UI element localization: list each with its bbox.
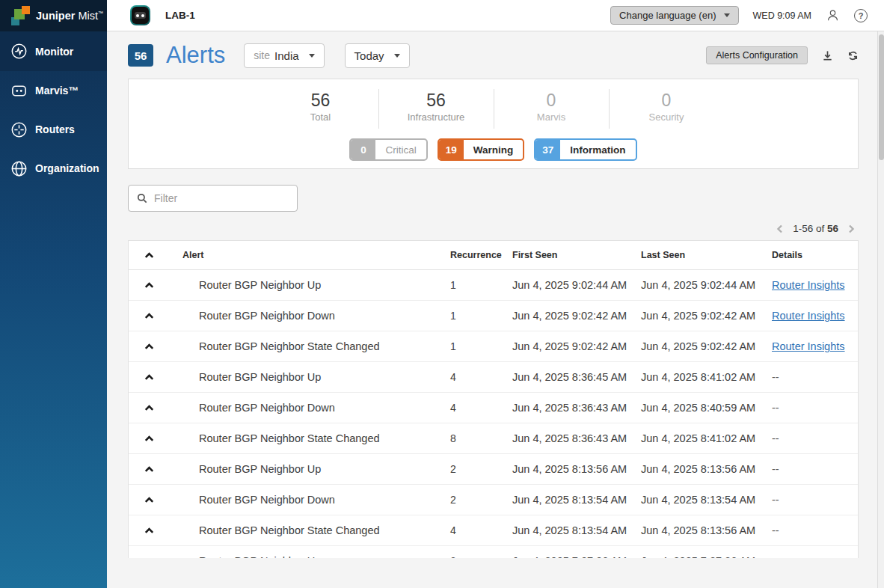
page-previous-icon[interactable] [776,224,785,233]
last-seen-value: Jun 4, 2025 8:13:54 AM [637,494,768,506]
information-count: 37 [535,140,560,159]
last-seen-value: Jun 4, 2025 8:41:02 AM [637,371,768,383]
globe-icon [10,159,28,177]
stat-total-value: 56 [263,91,378,111]
org-name: LAB-1 [165,10,195,21]
recurrence-value: 1 [446,340,509,352]
table-row: Router BGP Neighbor Down 2 Jun 4, 2025 8… [129,485,858,515]
clock-text: WED 9:09 AM [753,10,812,21]
column-header-last-seen[interactable]: Last Seen [637,250,768,260]
marvis-org-avatar-icon[interactable] [130,5,150,25]
details-link[interactable]: Router Insights [772,279,845,291]
recurrence-value: 4 [446,524,509,536]
filter-input[interactable] [154,192,289,204]
details-cell: -- [768,432,858,444]
column-header-first-seen[interactable]: First Seen [509,250,637,260]
sidebar-item-monitor[interactable]: Monitor [0,31,107,71]
table-body: Router BGP Neighbor Up 1 Jun 4, 2025 9:0… [129,270,858,558]
sidebar-item-label: Monitor [35,46,73,58]
alerts-header: 56 Alerts site India Today Alerts Config… [128,42,859,69]
sidebar-item-organization[interactable]: Organization [0,149,107,188]
details-cell: Router Insights [768,310,858,322]
alerts-summary-panel: 56 Total 56 Infrastructure 0 Marvis 0 Se… [128,79,859,169]
chevron-down-icon [394,54,400,58]
table-row: Router BGP Neighbor Up 1 Jun 4, 2025 9:0… [129,270,858,301]
alerts-configuration-button[interactable]: Alerts Configuration [706,46,808,64]
details-link[interactable]: Router Insights [772,310,845,322]
page-next-icon[interactable] [847,224,856,233]
change-language-button[interactable]: Change language (en) [610,6,738,25]
column-header-details[interactable]: Details [768,250,858,260]
severity-filter-critical[interactable]: 0 Critical [349,138,427,161]
details-cell: Router Insights [768,279,858,291]
first-seen-value: Jun 4, 2025 8:36:43 AM [509,432,637,444]
row-expander-chevron-icon[interactable] [129,556,169,559]
table-row: Router BGP Neighbor Down 4 Jun 4, 2025 8… [129,393,858,423]
recurrence-value: 4 [446,371,509,383]
recurrence-value: 4 [446,402,509,414]
sidebar-item-marvis[interactable]: Marvis™ [0,71,107,110]
first-seen-value: Jun 4, 2025 8:36:43 AM [509,402,637,414]
first-seen-value: Jun 4, 2025 8:13:54 AM [509,494,637,506]
page-title: Alerts [166,42,225,69]
column-header-recurrence[interactable]: Recurrence [446,250,509,260]
row-expander-chevron-icon[interactable] [129,525,169,536]
chevron-down-icon [724,13,730,17]
row-expander-chevron-icon[interactable] [129,494,169,506]
stat-total: 56 Total [263,89,378,129]
row-expander-chevron-icon[interactable] [129,464,169,475]
sidebar-item-label: Marvis™ [35,85,79,97]
stat-infrastructure: 56 Infrastructure [378,89,494,129]
vertical-scrollbar[interactable] [877,31,884,588]
table-row: Router BGP Neighbor State Changed 1 Jun … [129,331,858,362]
recurrence-value: 2 [446,463,509,475]
download-icon[interactable] [822,50,833,61]
date-range-select[interactable]: Today [345,43,410,68]
recurrence-value: 8 [446,432,509,444]
refresh-icon[interactable] [847,50,859,61]
topbar: LAB-1 Change language (en) WED 9:09 AM ? [107,0,884,31]
stat-infrastructure-value: 56 [379,91,494,111]
row-expander-chevron-icon[interactable] [129,372,169,383]
alert-name: Router BGP Neighbor Down [195,402,446,414]
details-link[interactable]: Router Insights [772,340,845,352]
row-expander-chevron-icon[interactable] [129,280,169,291]
severity-filter-warning[interactable]: 19 Warning [438,138,525,161]
user-account-icon[interactable] [826,8,840,22]
warning-count: 19 [439,140,464,159]
help-icon[interactable]: ? [854,9,868,22]
last-seen-value: Jun 4, 2025 9:02:42 AM [637,340,768,352]
alert-name: Router BGP Neighbor Up [195,279,446,291]
details-cell: -- [768,371,858,383]
site-select-prefix: site [254,49,270,61]
chevron-down-icon [309,54,315,58]
alerts-stats: 56 Total 56 Infrastructure 0 Marvis 0 Se… [129,79,858,129]
main-content: 56 Alerts site India Today Alerts Config… [107,31,884,588]
sort-chevron-icon[interactable] [129,250,169,261]
first-seen-value: Jun 4, 2025 7:27:26 AM [509,555,637,558]
first-seen-value: Jun 4, 2025 8:13:54 AM [509,524,637,536]
alert-name: Router BGP Neighbor State Changed [195,432,446,444]
first-seen-value: Jun 4, 2025 8:13:56 AM [509,463,637,475]
scrollbar-thumb[interactable] [879,34,884,160]
first-seen-value: Jun 4, 2025 9:02:42 AM [509,340,637,352]
severity-filter-information[interactable]: 37 Information [534,138,636,161]
stat-marvis: 0 Marvis [494,89,609,129]
recurrence-value: 2 [446,494,509,506]
table-row: Router BGP Neighbor Up 2 Jun 4, 2025 7:2… [129,546,858,558]
change-language-label: Change language (en) [619,10,716,21]
details-cell: -- [768,524,858,536]
recurrence-value: 1 [446,310,509,322]
row-expander-chevron-icon[interactable] [129,433,169,444]
row-expander-chevron-icon[interactable] [129,402,169,414]
first-seen-value: Jun 4, 2025 8:36:45 AM [509,371,637,383]
sidebar: Juniper Mist™ Monitor Marvis™ Routers Or… [0,0,107,588]
site-select[interactable]: site India [244,43,324,68]
row-expander-chevron-icon[interactable] [129,341,169,352]
details-cell: -- [768,463,858,475]
recurrence-value: 1 [446,279,509,291]
sidebar-item-routers[interactable]: Routers [0,110,107,149]
information-label: Information [560,140,635,159]
column-header-alert[interactable]: Alert [169,250,446,260]
row-expander-chevron-icon[interactable] [129,310,169,322]
